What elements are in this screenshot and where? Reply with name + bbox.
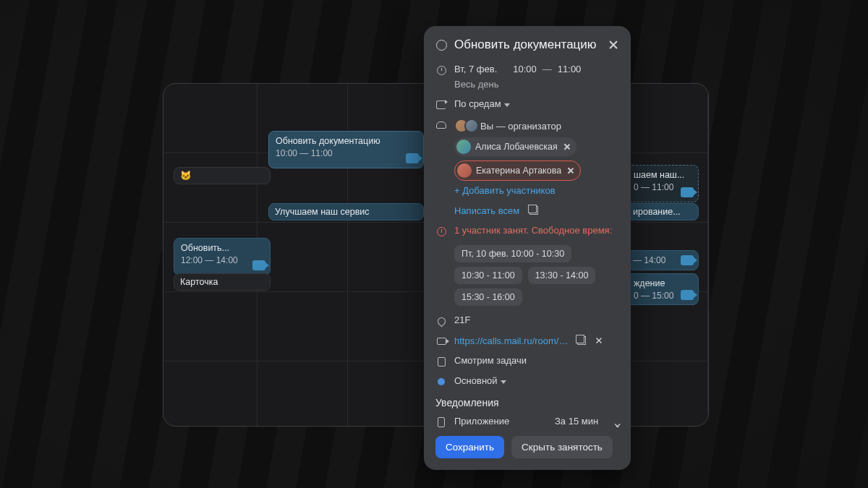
event-weekly[interactable]: 🐱 Еженедельный... — [174, 167, 271, 184]
notify-app-select[interactable]: Приложение Mail.ru — [454, 416, 537, 427]
notifications-header: Уведомления — [435, 391, 622, 411]
event-right4[interactable]: ждение 0 — 15:00 — [626, 273, 699, 305]
avatar — [456, 140, 471, 154]
event-service[interactable]: Улучшаем наш сервис — [268, 203, 424, 221]
event-right2[interactable]: ирование... — [626, 203, 699, 221]
remove-link-icon[interactable] — [595, 336, 603, 344]
chevron-down-icon — [501, 380, 506, 384]
event-title: ждение — [634, 278, 692, 290]
dialog-footer: Сохранить Скрыть занятость — [424, 427, 631, 470]
event-right3[interactable]: — 14:00 — [626, 250, 699, 270]
camera-icon — [435, 335, 447, 346]
save-button[interactable]: Сохранить — [435, 436, 504, 458]
repeat-select[interactable]: По средам — [454, 98, 510, 109]
row-datetime: Вт, 7 фев. 10:00 — 11:00 Весь день — [435, 59, 622, 94]
guest-chip-busy[interactable]: Екатерина Артакова — [454, 160, 581, 181]
guest-name: Алиса Лобачевская — [475, 142, 558, 152]
row-description: Смотрим задачи — [435, 351, 622, 371]
camera-icon — [406, 153, 419, 163]
event-title: 🐱 Еженедельный... — [180, 171, 251, 184]
event-ghost[interactable]: шаем наш... 0 — 11:00 — [626, 165, 699, 202]
location-icon — [435, 314, 447, 326]
time-slot[interactable]: 10:30 - 11:00 — [454, 267, 522, 284]
dialog-body: Вт, 7 фев. 10:00 — 11:00 Весь день По ср… — [424, 59, 631, 427]
copy-icon[interactable] — [576, 335, 587, 346]
row-notification: Приложение Mail.ru За 15 мин — [435, 411, 622, 427]
organizer-label: Вы — организатор — [480, 121, 561, 132]
row-busy-warning: 1 участник занят. Свободное время: — [435, 221, 622, 241]
all-day-toggle[interactable]: Весь день — [454, 79, 499, 90]
clock-icon — [435, 64, 447, 75]
warning-icon — [435, 225, 447, 236]
dialog-header: Обновить документацию — [424, 26, 631, 59]
event-title: Обновить документацию — [276, 135, 417, 147]
description-value[interactable]: Смотрим задачи — [454, 355, 527, 366]
calendar-color-icon — [435, 375, 447, 387]
event-time: 10:00 — 11:00 — [276, 147, 417, 159]
hide-busy-button[interactable]: Скрыть занятость — [511, 436, 613, 458]
document-icon — [435, 355, 447, 367]
date-label[interactable]: Вт, 7 фев. — [454, 64, 497, 74]
guest-name: Екатерина Артакова — [476, 166, 561, 176]
event-contact[interactable]: Карточка контакта.... — [174, 273, 271, 291]
time-end[interactable]: 11:00 — [558, 64, 582, 74]
camera-icon — [252, 260, 265, 270]
event-dialog: Обновить документацию Вт, 7 фев. 10:00 —… — [424, 26, 631, 470]
close-icon[interactable] — [608, 39, 619, 51]
camera-icon — [681, 187, 694, 197]
time-start[interactable]: 10:00 — [513, 64, 537, 74]
event-time: 12:00 — 14:00 — [181, 254, 263, 266]
time-dash: — — [542, 64, 552, 74]
chevron-down-icon — [504, 103, 510, 107]
avatar-stack — [454, 119, 475, 133]
row-repeat: По средам — [435, 94, 622, 114]
busy-warning-text: 1 участник занят. Свободное время: — [454, 225, 612, 236]
remove-notification-icon[interactable] — [613, 422, 621, 427]
row-guests: Вы — организатор Алиса Лобачевская Екате… — [435, 114, 622, 221]
time-slot[interactable]: Пт, 10 фев. 10:00 - 10:30 — [454, 245, 571, 262]
event-title: шаем наш... — [634, 169, 692, 181]
repeat-icon — [435, 98, 447, 110]
camera-icon — [681, 290, 694, 300]
row-location: 21F — [435, 310, 622, 330]
remove-guest-icon[interactable] — [563, 143, 571, 150]
event-update-doc[interactable]: Обновить документацию 10:00 — 11:00 — [268, 131, 424, 168]
organizer: Вы — организатор — [454, 119, 561, 133]
camera-icon — [681, 255, 694, 265]
phone-icon — [435, 416, 447, 427]
time-slot[interactable]: 15:30 - 16:00 — [454, 288, 522, 306]
avatar — [457, 163, 472, 178]
event-title: Карточка контакта.... — [180, 277, 226, 291]
people-icon — [435, 119, 447, 130]
remove-guest-icon[interactable] — [567, 167, 574, 174]
event-title: Обновить... — [181, 242, 263, 254]
copy-icon[interactable] — [528, 205, 540, 216]
row-calendar: Основной — [435, 371, 622, 391]
time-slot[interactable]: 13:30 - 14:00 — [528, 267, 596, 284]
guest-chip[interactable]: Алиса Лобачевская — [454, 137, 576, 156]
event-time: — 14:00 — [633, 255, 665, 265]
mail-all-link[interactable]: Написать всем — [454, 205, 519, 216]
event-title: Улучшаем наш сервис — [275, 207, 370, 217]
dialog-title: Обновить документацию — [454, 38, 600, 52]
face-icon — [435, 39, 447, 51]
event-update2[interactable]: Обновить... 12:00 — 14:00 — [174, 238, 271, 275]
calendar-select[interactable]: Основной — [454, 375, 506, 386]
add-guests-link[interactable]: + Добавить участников — [454, 185, 556, 196]
location-value[interactable]: 21F — [454, 314, 470, 325]
row-call-link: https://calls.mail.ru/room/36894... — [435, 330, 622, 351]
row-slots: Пт, 10 фев. 10:00 - 10:30 10:30 - 11:00 … — [435, 241, 622, 310]
call-link[interactable]: https://calls.mail.ru/room/36894... — [454, 335, 570, 346]
event-title: ирование... — [633, 207, 681, 217]
notify-lead-select[interactable]: За 15 мин — [555, 416, 600, 427]
